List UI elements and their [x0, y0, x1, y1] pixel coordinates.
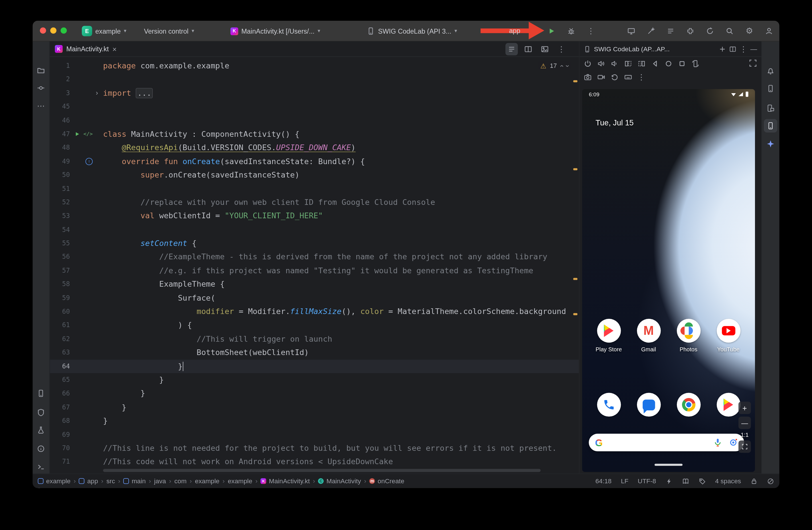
line-number[interactable]: 54 — [49, 223, 70, 236]
line-number[interactable]: 69 — [49, 428, 70, 441]
home-icon[interactable] — [664, 60, 672, 68]
breadcrumb-item[interactable]: main — [124, 477, 146, 485]
line-number[interactable]: 60 — [49, 305, 70, 319]
more-tool-windows-button[interactable] — [35, 100, 47, 112]
breadcrumb-item[interactable]: app — [79, 477, 98, 485]
volume-down-icon[interactable] — [610, 60, 619, 68]
close-window-button[interactable] — [40, 27, 46, 34]
analysis-warning-mark[interactable] — [574, 168, 578, 170]
minimize-window-button[interactable] — [50, 27, 56, 34]
breadcrumb-item[interactable]: example — [228, 477, 252, 485]
project-tool-button[interactable] — [35, 65, 47, 76]
code-line[interactable]: 55 setContent { — [49, 236, 579, 250]
back-icon[interactable] — [651, 60, 659, 68]
screenshot-camera-icon[interactable] — [584, 73, 592, 81]
breadcrumb-item[interactable]: onCreate — [369, 477, 404, 485]
fold-right-icon[interactable] — [638, 60, 646, 68]
problems-button[interactable] — [35, 443, 47, 455]
input-keyboard-icon[interactable] — [624, 73, 633, 81]
previous-warning-icon[interactable] — [561, 62, 563, 69]
fit-screen-icon[interactable] — [749, 59, 757, 67]
emulator-screen[interactable]: 6:09 Tue, Jul 15 Play StoreMGmailPhotosY… — [582, 89, 755, 472]
code-line[interactable]: 51 — [49, 182, 579, 195]
code-line[interactable]: 60 modifier = Modifier.fillMaxSize(), co… — [49, 305, 579, 319]
device-manager-button[interactable] — [764, 82, 777, 95]
line-number[interactable]: 61 — [49, 319, 70, 332]
notifications-button[interactable] — [764, 64, 777, 77]
line-number[interactable]: 59 — [49, 291, 70, 305]
power-icon[interactable] — [584, 60, 592, 68]
zoom-out-button[interactable] — [738, 416, 751, 429]
run-line-button[interactable] — [74, 131, 81, 137]
line-number[interactable]: 71 — [49, 455, 70, 469]
app-inspection-button[interactable] — [35, 424, 47, 436]
code-line[interactable]: 47</>class MainActivity : ComponentActiv… — [49, 127, 579, 141]
line-number[interactable]: 45 — [49, 100, 70, 114]
breadcrumb-item[interactable]: com — [174, 477, 187, 485]
code-line[interactable]: 46 — [49, 114, 579, 127]
indent-setting[interactable]: 4 spaces — [715, 477, 741, 485]
file-switcher[interactable]: MainActivity.kt [/Users/... — [230, 21, 320, 42]
hide-panel-icon[interactable] — [750, 45, 757, 53]
app-shortcut-photos[interactable]: Photos — [670, 319, 707, 352]
code-line[interactable]: 61 ) { — [49, 319, 579, 332]
reader-mode-icon[interactable] — [682, 477, 689, 485]
overview-icon[interactable] — [678, 60, 686, 68]
line-number[interactable]: 53 — [49, 209, 70, 223]
build-variants-button[interactable] — [35, 407, 47, 418]
inspections-toggle-icon[interactable] — [767, 477, 774, 485]
line-number[interactable]: 55 — [49, 236, 70, 250]
breadcrumb-item[interactable]: MainActivity — [318, 477, 361, 485]
line-number[interactable]: 46 — [49, 114, 70, 127]
code-view-button[interactable] — [506, 43, 518, 56]
line-number[interactable]: 50 — [49, 168, 70, 182]
line-number[interactable]: 52 — [49, 195, 70, 209]
line-number[interactable]: 47 — [49, 127, 70, 141]
app-shortcut-playstore[interactable]: Play Store — [591, 319, 627, 352]
code-line[interactable]: 65 } — [49, 373, 579, 387]
app-shortcut-youtube[interactable]: YouTube — [710, 319, 746, 352]
device-explorer-button[interactable] — [764, 101, 777, 115]
code-line[interactable]: 57 //e.g. if this project was named "Tes… — [49, 264, 579, 278]
device-selector[interactable]: SWIG CodeLab (API 3... — [367, 21, 457, 42]
fold-left-icon[interactable] — [624, 60, 633, 68]
zoom-in-button[interactable] — [738, 401, 751, 414]
line-number[interactable]: 49 — [49, 155, 70, 168]
plugins-button[interactable] — [684, 25, 697, 37]
close-tab-icon[interactable] — [112, 45, 117, 53]
zoom-window-button[interactable] — [61, 27, 67, 34]
running-devices-button[interactable] — [764, 119, 777, 132]
home-indicator-bar[interactable] — [655, 463, 683, 466]
add-device-icon[interactable] — [719, 45, 726, 53]
lock-icon[interactable] — [750, 477, 757, 485]
emulator-more-icon[interactable] — [638, 72, 645, 82]
horizontal-scrollbar[interactable] — [103, 469, 540, 472]
line-number[interactable]: 63 — [49, 346, 70, 359]
code-line[interactable]: 3›import ... — [49, 86, 579, 100]
split-panel-icon[interactable] — [729, 45, 736, 53]
run-button[interactable] — [546, 25, 558, 37]
terminal-button[interactable] — [35, 461, 47, 472]
line-number[interactable]: 70 — [49, 441, 70, 455]
breadcrumb-item[interactable]: src — [106, 477, 115, 485]
breadcrumb-item[interactable]: java — [154, 477, 166, 485]
line-number[interactable]: 51 — [49, 182, 70, 195]
code-line[interactable]: 54 — [49, 223, 579, 236]
line-number[interactable]: 3 — [49, 86, 70, 100]
code-line[interactable]: 71//This code will not work on Android v… — [49, 455, 579, 469]
code-style-tag-icon[interactable] — [698, 477, 706, 485]
code-line[interactable]: 58 ExampleTheme { — [49, 278, 579, 291]
override-marker-icon[interactable]: ↑ — [86, 158, 93, 165]
dock-app-phone[interactable] — [591, 393, 627, 417]
panel-options-icon[interactable] — [740, 44, 747, 54]
app-shortcut-gmail[interactable]: MGmail — [630, 319, 667, 352]
line-number[interactable]: 57 — [49, 264, 70, 278]
device-manager-button[interactable] — [35, 387, 47, 399]
volume-up-icon[interactable] — [597, 60, 605, 68]
debug-button[interactable] — [565, 25, 578, 37]
line-ending[interactable]: LF — [621, 477, 629, 485]
version-control-selector[interactable]: Version control — [144, 21, 194, 42]
line-number[interactable]: 67 — [49, 400, 70, 414]
google-search-bar[interactable]: G — [589, 434, 744, 451]
line-number[interactable]: 2 — [49, 73, 70, 86]
